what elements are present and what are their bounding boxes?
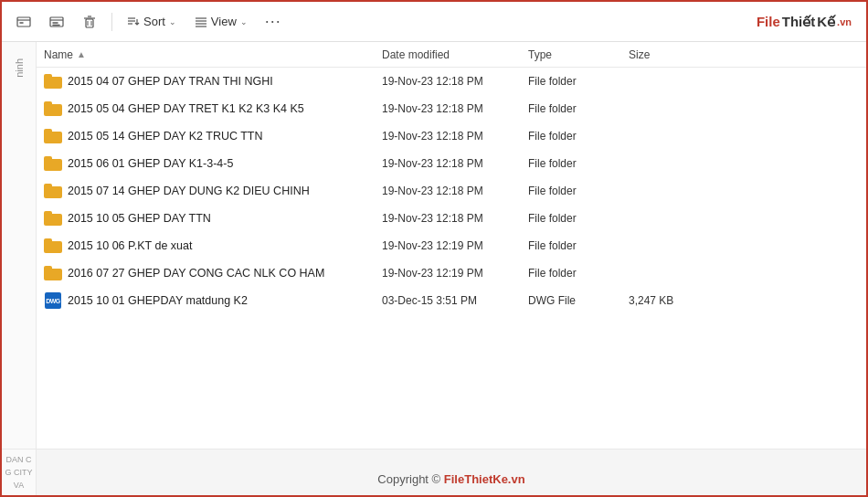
table-row[interactable]: 2015 10 05 GHEP DAY TTN 19-Nov-23 12:18 … (37, 205, 866, 232)
nav-forward-button[interactable] (42, 7, 71, 37)
delete-button[interactable] (75, 7, 104, 37)
folder-icon (44, 127, 62, 145)
file-type: DWG File (528, 294, 629, 307)
bottom-area: DAN C G CITY VA Copyright © FileThietKe.… (2, 449, 866, 495)
sidebar-left: ninh (2, 42, 37, 449)
sidebar-label-gcity: G CITY (5, 468, 32, 477)
brand-vn: .vn (837, 16, 852, 27)
file-name: 2015 10 06 P.KT de xuat (68, 239, 382, 252)
table-row[interactable]: 2015 07 14 GHEP DAY DUNG K2 DIEU CHINH 1… (37, 177, 866, 205)
file-type: File folder (528, 102, 629, 115)
file-date: 19-Nov-23 12:19 PM (382, 267, 528, 280)
sidebar-label-va: VA (14, 481, 24, 490)
folder-icon (44, 182, 62, 200)
table-row[interactable]: 2016 07 27 GHEP DAY CONG CAC NLK CO HAM … (37, 259, 866, 287)
brand-name-copyright: FileThietKe.vn (444, 472, 525, 486)
file-date: 03-Dec-15 3:51 PM (382, 294, 528, 307)
file-date: 19-Nov-23 12:18 PM (382, 212, 528, 225)
content-bottom: Copyright © FileThietKe.vn (37, 449, 866, 495)
brand-logo: File Thiết Kế .vn (749, 14, 859, 30)
col-header-date[interactable]: Date modified (382, 48, 528, 61)
sort-label: Sort (143, 15, 165, 28)
file-date: 19-Nov-23 12:19 PM (382, 239, 528, 252)
folder-icon (44, 154, 62, 173)
copyright-text: Copyright © FileThietKe.vn (377, 472, 524, 486)
file-type: File folder (528, 185, 629, 197)
table-row[interactable]: 2015 05 14 GHEP DAY K2 TRUC TTN 19-Nov-2… (37, 122, 866, 150)
sidebar-bottom-left: DAN C G CITY VA (2, 449, 37, 495)
file-size: 3,247 KB (629, 294, 702, 307)
sidebar-label-ninh: ninh (14, 58, 25, 78)
col-header-name[interactable]: Name ▲ (44, 48, 382, 61)
column-headers: Name ▲ Date modified Type Size (37, 42, 866, 68)
table-row[interactable]: 2015 04 07 GHEP DAY TRAN THI NGHI 19-Nov… (37, 68, 866, 95)
folder-icon (44, 237, 62, 255)
folder-icon (44, 72, 62, 90)
file-type: File folder (528, 75, 629, 88)
toolbar: Sort ⌄ View ⌄ ··· File Thiết Kế .vn (2, 2, 866, 42)
dwg-file-icon: DWG (44, 291, 62, 310)
table-row[interactable]: DWG 2015 10 01 GHEPDAY matdung K2 03-Dec… (37, 287, 866, 314)
main-area: ninh Name ▲ Date modified Type Size (2, 42, 866, 449)
nav-back-button[interactable] (9, 7, 38, 37)
col-header-size[interactable]: Size (629, 48, 702, 61)
file-date: 19-Nov-23 12:18 PM (382, 185, 528, 197)
sort-button[interactable]: Sort ⌄ (120, 8, 184, 36)
file-date: 19-Nov-23 12:18 PM (382, 102, 528, 115)
toolbar-divider-1 (111, 13, 112, 31)
svg-rect-0 (17, 17, 30, 26)
col-name-label: Name (44, 48, 73, 61)
file-name: 2015 04 07 GHEP DAY TRAN THI NGHI (68, 75, 382, 88)
table-row[interactable]: 2015 10 06 P.KT de xuat 19-Nov-23 12:19 … (37, 232, 866, 259)
sidebar-label-danc: DAN C (5, 455, 31, 464)
brand-thiet: Thiết (782, 14, 816, 30)
folder-icon (44, 264, 62, 282)
sort-chevron-icon: ⌄ (169, 17, 176, 26)
file-type: File folder (528, 212, 629, 225)
file-name: 2015 05 04 GHEP DAY TRET K1 K2 K3 K4 K5 (68, 102, 382, 115)
file-name: 2015 10 05 GHEP DAY TTN (68, 212, 382, 225)
file-name: 2015 06 01 GHEP DAY K1-3-4-5 (68, 157, 382, 170)
file-name: 2015 10 01 GHEPDAY matdung K2 (68, 294, 382, 307)
file-date: 19-Nov-23 12:18 PM (382, 75, 528, 88)
file-name: 2015 07 14 GHEP DAY DUNG K2 DIEU CHINH (68, 185, 382, 197)
file-type: File folder (528, 130, 629, 143)
file-date: 19-Nov-23 12:18 PM (382, 130, 528, 143)
more-options-button[interactable]: ··· (259, 8, 288, 36)
main-window: Sort ⌄ View ⌄ ··· File Thiết Kế .vn (0, 0, 868, 497)
view-label: View (211, 15, 237, 28)
brand-ke: Kế (817, 14, 835, 30)
file-type: File folder (528, 239, 629, 252)
table-row[interactable]: 2015 06 01 GHEP DAY K1-3-4-5 19-Nov-23 1… (37, 150, 866, 177)
folder-icon (44, 209, 62, 227)
file-type: File folder (528, 157, 629, 170)
table-row[interactable]: 2015 05 04 GHEP DAY TRET K1 K2 K3 K4 K5 … (37, 95, 866, 122)
file-list-area: Name ▲ Date modified Type Size 2015 04 0… (37, 42, 866, 449)
file-date: 19-Nov-23 12:18 PM (382, 157, 528, 170)
view-chevron-icon: ⌄ (240, 17, 248, 26)
file-type: File folder (528, 267, 629, 280)
more-dots-icon: ··· (265, 12, 281, 31)
folder-icon (44, 100, 62, 118)
view-button[interactable]: View ⌄ (187, 8, 255, 36)
col-sort-arrow-icon: ▲ (77, 49, 86, 59)
file-name: 2016 07 27 GHEP DAY CONG CAC NLK CO HAM (68, 267, 382, 280)
col-header-type[interactable]: Type (528, 48, 629, 61)
file-name: 2015 05 14 GHEP DAY K2 TRUC TTN (68, 130, 382, 143)
file-rows-container: 2015 04 07 GHEP DAY TRAN THI NGHI 19-Nov… (37, 68, 866, 449)
svg-rect-7 (86, 19, 93, 27)
brand-file: File (757, 14, 780, 29)
